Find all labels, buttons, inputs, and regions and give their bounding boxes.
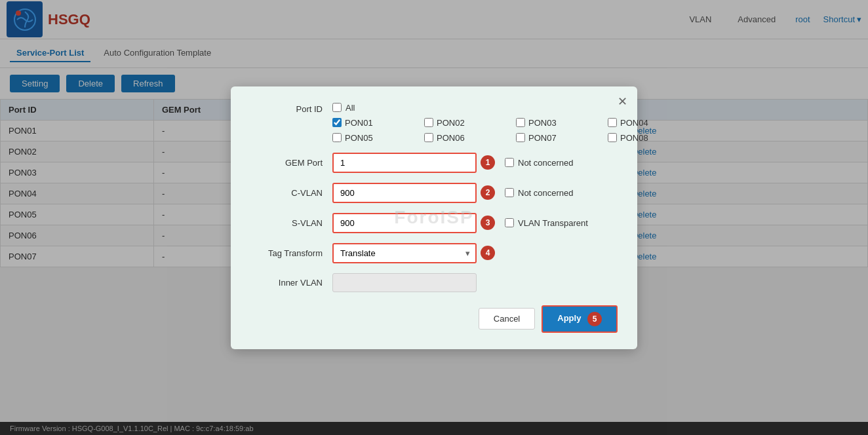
svlan-vlan-transparent-label: VLAN Transparent bbox=[505, 218, 588, 228]
svlan-label: S-VLAN bbox=[250, 218, 323, 228]
cvlan-label: C-VLAN bbox=[250, 188, 323, 198]
pon07-checkbox[interactable] bbox=[516, 133, 525, 142]
pon01-checkbox[interactable] bbox=[332, 118, 342, 127]
cvlan-not-concerned-label: Not concerned bbox=[505, 188, 574, 198]
gem-port-input[interactable] bbox=[332, 153, 477, 173]
gem-port-label: GEM Port bbox=[250, 158, 323, 168]
cvlan-not-concerned-checkbox[interactable] bbox=[505, 188, 514, 197]
pon04-label: PON04 bbox=[620, 118, 648, 128]
close-button[interactable]: ✕ bbox=[618, 94, 627, 109]
pon-item-8: PON08 bbox=[608, 133, 693, 143]
service-port-dialog: ✕ ForoISP Port ID All PON01 PON02 bbox=[231, 86, 637, 268]
svlan-input[interactable] bbox=[332, 213, 477, 233]
pon-item-4: PON04 bbox=[608, 118, 693, 128]
pon-grid: PON01 PON02 PON03 PON04 bbox=[332, 118, 693, 143]
cvlan-input[interactable] bbox=[332, 183, 477, 203]
pon04-checkbox[interactable] bbox=[608, 118, 617, 127]
pon-item-2: PON02 bbox=[424, 118, 509, 128]
tag-transform-select-wrapper: Translate Add Remove Transparent bbox=[332, 243, 477, 263]
pon-item-3: PON03 bbox=[516, 118, 601, 128]
step-badge-3: 3 bbox=[481, 216, 495, 230]
svlan-row: S-VLAN 3 VLAN Transparent bbox=[250, 213, 618, 233]
pon-item-1: PON01 bbox=[332, 118, 418, 128]
dialog-overlay: ✕ ForoISP Port ID All PON01 PON02 bbox=[0, 0, 868, 267]
all-checkbox[interactable] bbox=[332, 103, 342, 112]
step-badge-2: 2 bbox=[481, 185, 495, 200]
pon-item-7: PON07 bbox=[516, 133, 601, 143]
step-badge-1: 1 bbox=[481, 155, 495, 170]
pon03-checkbox[interactable] bbox=[516, 118, 525, 127]
svlan-transparent-checkbox[interactable] bbox=[505, 218, 514, 227]
pon02-checkbox[interactable] bbox=[424, 118, 433, 127]
pon06-label: PON06 bbox=[437, 133, 465, 143]
tag-transform-row: Tag Transform Translate Add Remove Trans… bbox=[250, 243, 618, 263]
pon-item-5: PON05 bbox=[332, 133, 418, 143]
port-id-label: Port ID bbox=[250, 103, 323, 114]
port-id-row: Port ID All PON01 PON02 bbox=[250, 103, 618, 143]
step-badge-4: 4 bbox=[481, 246, 495, 260]
all-row: All bbox=[332, 103, 693, 113]
pon-item-6: PON06 bbox=[424, 133, 509, 143]
port-id-controls: All PON01 PON02 PON03 bbox=[332, 103, 693, 143]
all-label: All bbox=[345, 103, 355, 113]
pon08-label: PON08 bbox=[620, 133, 648, 143]
pon03-label: PON03 bbox=[528, 118, 557, 128]
cvlan-row: C-VLAN 2 Not concerned bbox=[250, 183, 618, 203]
pon05-label: PON05 bbox=[345, 133, 373, 143]
gem-not-concerned-checkbox[interactable] bbox=[505, 158, 514, 167]
tag-transform-select[interactable]: Translate Add Remove Transparent bbox=[332, 243, 477, 263]
pon05-checkbox[interactable] bbox=[332, 133, 342, 142]
pon08-checkbox[interactable] bbox=[608, 133, 617, 142]
pon06-checkbox[interactable] bbox=[424, 133, 433, 142]
pon01-label: PON01 bbox=[345, 118, 373, 128]
pon07-label: PON07 bbox=[528, 133, 557, 143]
tag-transform-label: Tag Transform bbox=[250, 248, 323, 258]
gem-not-concerned-label: Not concerned bbox=[505, 158, 574, 168]
pon02-label: PON02 bbox=[437, 118, 465, 128]
gem-port-row: GEM Port 1 Not concerned bbox=[250, 153, 618, 173]
